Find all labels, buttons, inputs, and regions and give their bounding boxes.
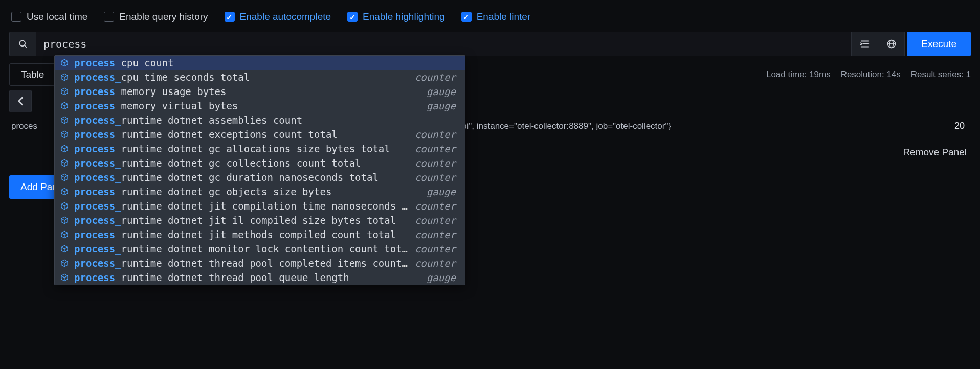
autocomplete-item[interactable]: process_runtime_dotnet_jit_methods_compi… — [55, 227, 465, 242]
autocomplete-item-label: process_runtime_dotnet_gc_duration_nanos… — [74, 172, 410, 183]
autocomplete-item[interactable]: process_memory_virtual_bytesgauge — [55, 99, 465, 113]
stat-resolution: Resolution: 14s — [841, 70, 901, 80]
metric-icon — [60, 144, 69, 153]
autocomplete-item[interactable]: process_runtime_dotnet_jit_il_compiled_s… — [55, 213, 465, 227]
metric-icon — [60, 87, 69, 96]
format-query-button[interactable] — [852, 32, 878, 56]
autocomplete-item-label: process_runtime_dotnet_thread_pool_queue… — [74, 272, 421, 283]
autocomplete-item-label: process_runtime_dotnet_assemblies_count — [74, 114, 451, 126]
autocomplete-item-type: counter — [415, 229, 456, 240]
autocomplete-item-type: counter — [415, 243, 456, 255]
checkbox-icon — [347, 12, 358, 22]
autocomplete-item-label: process_runtime_dotnet_jit_compilation_t… — [74, 200, 410, 212]
autocomplete-item-type: counter — [415, 129, 456, 140]
autocomplete-item-type: gauge — [427, 272, 456, 283]
opt-enable-linter[interactable]: Enable linter — [461, 11, 531, 22]
autocomplete-item-label: process_runtime_dotnet_thread_pool_compl… — [74, 258, 410, 269]
autocomplete-item-label: process_memory_virtual_bytes — [74, 100, 421, 111]
opt-enable-autocomplete[interactable]: Enable autocomplete — [225, 11, 331, 22]
autocomplete-item-label: process_cpu_count — [74, 57, 451, 68]
result-series-label: proces — [11, 121, 37, 131]
metric-icon — [60, 73, 69, 82]
opt-label: Use local time — [27, 11, 87, 22]
metric-icon — [60, 58, 69, 67]
autocomplete-item-type: gauge — [427, 86, 456, 97]
autocomplete-item[interactable]: process_cpu_count — [55, 56, 465, 70]
autocomplete-item-label: process_runtime_dotnet_jit_methods_compi… — [74, 229, 410, 240]
autocomplete-item-type: counter — [415, 143, 456, 154]
opt-label: Enable linter — [477, 11, 531, 22]
autocomplete-item[interactable]: process_runtime_dotnet_jit_compilation_t… — [55, 199, 465, 213]
autocomplete-item-label: process_runtime_dotnet_gc_objects_size_b… — [74, 186, 421, 197]
autocomplete-item-label: process_runtime_dotnet_gc_allocations_si… — [74, 143, 410, 154]
autocomplete-item[interactable]: process_runtime_dotnet_gc_collections_co… — [55, 156, 465, 170]
autocomplete-item[interactable]: process_memory_usage_bytesgauge — [55, 84, 465, 99]
autocomplete-item-label: process_memory_usage_bytes — [74, 86, 421, 97]
autocomplete-item-type: counter — [415, 258, 456, 269]
autocomplete-item[interactable]: process_cpu_time_seconds_totalcounter — [55, 70, 465, 84]
autocomplete-item-type: counter — [415, 172, 456, 183]
autocomplete-item[interactable]: process_runtime_dotnet_monitor_lock_cont… — [55, 242, 465, 256]
autocomplete-item-type: counter — [415, 157, 456, 169]
autocomplete-item[interactable]: process_runtime_dotnet_gc_objects_size_b… — [55, 184, 465, 199]
autocomplete-item-label: process_cpu_time_seconds_total — [74, 72, 410, 83]
opt-label: Enable autocomplete — [240, 11, 331, 22]
autocomplete-item-type: counter — [415, 215, 456, 226]
metric-icon — [60, 116, 69, 125]
metric-icon — [60, 101, 69, 110]
query-bar: Execute — [9, 32, 971, 56]
opt-enable-history[interactable]: Enable query history — [104, 11, 208, 22]
checkbox-icon — [225, 12, 235, 22]
result-value: 20 — [954, 121, 969, 131]
opt-use-local-time[interactable]: Use local time — [11, 11, 87, 22]
search-icon[interactable] — [9, 32, 36, 56]
autocomplete-item[interactable]: process_runtime_dotnet_exceptions_count_… — [55, 127, 465, 142]
autocomplete-item[interactable]: process_runtime_dotnet_gc_allocations_si… — [55, 142, 465, 156]
autocomplete-item-type: gauge — [427, 100, 456, 111]
globe-icon[interactable] — [878, 32, 905, 56]
time-prev-button[interactable] — [9, 90, 32, 112]
opt-label: Enable query history — [119, 11, 208, 22]
autocomplete-item-label: process_runtime_dotnet_gc_collections_co… — [74, 157, 410, 169]
autocomplete-dropdown: process_cpu_countprocess_cpu_time_second… — [54, 55, 465, 285]
autocomplete-item[interactable]: process_runtime_dotnet_thread_pool_compl… — [55, 256, 465, 270]
checkbox-icon — [11, 12, 21, 22]
metric-icon — [60, 130, 69, 139]
autocomplete-item-type: counter — [415, 200, 456, 212]
checkbox-icon — [104, 12, 114, 22]
query-stats: Load time: 19ms Resolution: 14s Result s… — [766, 70, 971, 80]
opt-enable-highlighting[interactable]: Enable highlighting — [347, 11, 445, 22]
autocomplete-item[interactable]: process_runtime_dotnet_assemblies_count — [55, 113, 465, 127]
metric-icon — [60, 158, 69, 168]
metric-icon — [60, 259, 69, 268]
autocomplete-item-label: process_runtime_dotnet_exceptions_count_… — [74, 129, 410, 140]
metric-icon — [60, 244, 69, 253]
metric-icon — [60, 230, 69, 239]
metric-icon — [60, 216, 69, 225]
autocomplete-item[interactable]: process_runtime_dotnet_gc_duration_nanos… — [55, 170, 465, 184]
autocomplete-item-label: process_runtime_dotnet_monitor_lock_cont… — [74, 243, 410, 255]
autocomplete-item-type: gauge — [427, 186, 456, 197]
query-options-row: Use local time Enable query history Enab… — [9, 0, 971, 32]
opt-label: Enable highlighting — [363, 11, 445, 22]
metric-icon — [60, 201, 69, 211]
autocomplete-item-label: process_runtime_dotnet_jit_il_compiled_s… — [74, 215, 410, 226]
metric-icon — [60, 187, 69, 196]
query-input[interactable] — [36, 32, 852, 56]
execute-button[interactable]: Execute — [907, 32, 971, 56]
autocomplete-item[interactable]: process_runtime_dotnet_thread_pool_queue… — [55, 270, 465, 285]
svg-line-1 — [24, 45, 26, 48]
autocomplete-item-type: counter — [415, 72, 456, 83]
metric-icon — [60, 173, 69, 182]
stat-series: Result series: 1 — [911, 70, 971, 80]
metric-icon — [60, 273, 69, 282]
stat-load-time: Load time: 19ms — [766, 70, 831, 80]
tab-table[interactable]: Table — [9, 63, 56, 86]
checkbox-icon — [461, 12, 472, 22]
